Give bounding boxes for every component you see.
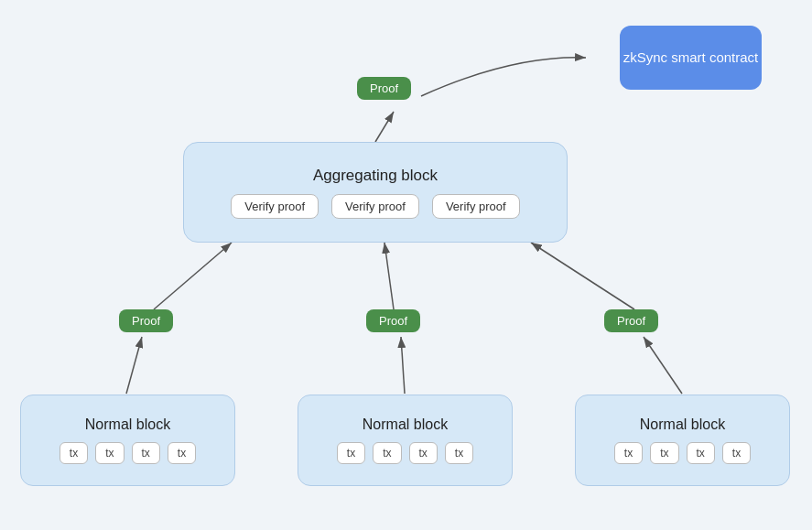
tx-center-4: tx [445, 442, 473, 464]
tx-left-4: tx [168, 442, 196, 464]
proof-left: Proof [119, 309, 173, 332]
tx-center-3: tx [409, 442, 438, 464]
svg-line-1 [375, 112, 394, 142]
tx-center-1: tx [337, 442, 365, 464]
proof-right: Proof [604, 309, 658, 332]
tx-row-left: tx tx tx tx [60, 442, 196, 464]
normal-block-center-title: Normal block [363, 416, 448, 433]
tx-left-3: tx [132, 442, 160, 464]
aggregating-block-title: Aggregating block [313, 167, 438, 185]
tx-left-1: tx [60, 442, 88, 464]
normal-block-right-title: Normal block [640, 416, 725, 433]
proof-top: Proof [357, 77, 411, 100]
normal-block-right: Normal block tx tx tx tx [575, 395, 790, 486]
svg-line-4 [531, 243, 634, 309]
zksync-label: zkSync smart contract [623, 49, 759, 67]
verify-proof-row: Verify proof Verify proof Verify proof [231, 194, 519, 219]
tx-row-center: tx tx tx tx [337, 442, 473, 464]
normal-block-left: Normal block tx tx tx tx [20, 395, 235, 486]
tx-right-3: tx [687, 442, 715, 464]
normal-block-left-title: Normal block [85, 416, 170, 433]
normal-block-center: Normal block tx tx tx tx [298, 395, 513, 486]
svg-line-2 [154, 243, 232, 309]
tx-left-2: tx [95, 442, 124, 464]
svg-line-3 [384, 243, 394, 309]
tx-right-4: tx [722, 442, 751, 464]
diagram-container: zkSync smart contract Aggregating block … [0, 0, 812, 530]
svg-line-6 [401, 337, 405, 394]
zksync-box: zkSync smart contract [620, 26, 762, 90]
verify-proof-btn-1: Verify proof [231, 194, 319, 219]
verify-proof-btn-2: Verify proof [331, 194, 419, 219]
proof-center: Proof [366, 309, 420, 332]
svg-line-5 [126, 337, 142, 394]
svg-line-7 [644, 337, 682, 394]
tx-right-1: tx [614, 442, 643, 464]
tx-center-2: tx [373, 442, 401, 464]
aggregating-block: Aggregating block Verify proof Verify pr… [183, 142, 568, 243]
tx-row-right: tx tx tx tx [614, 442, 751, 464]
tx-right-2: tx [650, 442, 678, 464]
verify-proof-btn-3: Verify proof [432, 194, 520, 219]
